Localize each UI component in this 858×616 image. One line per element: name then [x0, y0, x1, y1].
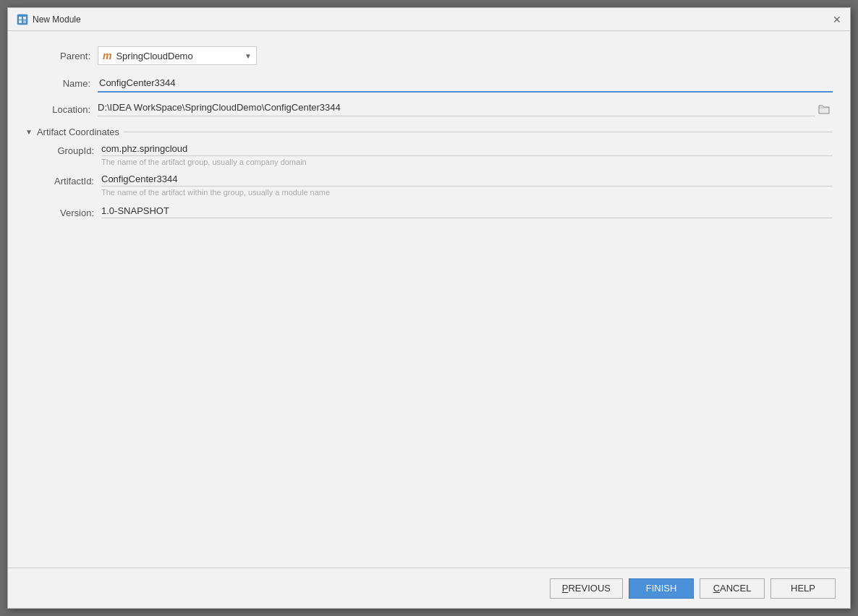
svg-rect-2 — [23, 17, 26, 20]
groupid-value: com.phz.springcloud — [101, 143, 833, 156]
groupid-value-col: com.phz.springcloud The name of the arti… — [101, 143, 833, 172]
artifactid-field-row: ArtifactId: ConfigCenter3344 The name of… — [40, 174, 833, 202]
version-value: 1.0-SNAPSHOT — [101, 205, 833, 218]
cancel-button[interactable]: CANCEL — [700, 578, 765, 599]
svg-rect-4 — [23, 20, 26, 23]
artifactid-row: ArtifactId: ConfigCenter3344 The name of… — [40, 174, 833, 202]
artifactid-label: ArtifactId: — [40, 174, 101, 187]
name-row: Name: — [25, 73, 833, 93]
name-input[interactable] — [98, 74, 833, 93]
parent-dropdown[interactable]: m SpringCloudDemo ▼ — [98, 46, 257, 65]
parent-value: SpringCloudDemo — [116, 51, 240, 61]
finish-label: FINISH — [646, 583, 677, 594]
dropdown-arrow-icon: ▼ — [245, 52, 252, 60]
artifact-section: GroupId: com.phz.springcloud The name of… — [40, 143, 833, 218]
close-button[interactable]: ✕ — [830, 12, 844, 27]
dialog-icon — [17, 14, 28, 25]
parent-label: Parent: — [25, 51, 98, 61]
groupid-row: GroupId: com.phz.springcloud The name of… — [40, 143, 833, 172]
groupid-hint: The name of the artifact group, usually … — [101, 158, 833, 166]
new-module-dialog: New Module ✕ Parent: m SpringCloudDemo ▼… — [7, 7, 851, 609]
maven-icon: m — [103, 50, 111, 61]
artifact-section-label: Artifact Coordinates — [37, 127, 119, 137]
location-row: Location: D:\IDEA WorkSpace\SpringCloudD… — [25, 100, 833, 118]
svg-rect-3 — [19, 20, 22, 23]
location-value: D:\IDEA WorkSpace\SpringCloudDemo\Config… — [98, 102, 815, 116]
artifact-section-header: ▼ Artifact Coordinates — [25, 127, 833, 137]
section-divider — [124, 132, 833, 132]
help-label: HELP — [791, 583, 815, 594]
location-label: Location: — [25, 104, 98, 115]
section-toggle-icon[interactable]: ▼ — [25, 128, 33, 136]
artifactid-value-col: ConfigCenter3344 The name of the artifac… — [101, 174, 833, 202]
browse-folder-button[interactable] — [815, 100, 833, 118]
dialog-content: Parent: m SpringCloudDemo ▼ Name: Locati… — [8, 31, 850, 568]
version-row: Version: 1.0-SNAPSHOT — [40, 205, 833, 218]
finish-button[interactable]: FINISH — [629, 578, 694, 599]
dialog-footer: PREVIOUS FINISH CANCEL HELP — [8, 568, 850, 608]
artifactid-value: ConfigCenter3344 — [101, 174, 833, 187]
groupid-label: GroupId: — [40, 143, 101, 156]
cancel-label: CANCEL — [713, 583, 752, 594]
previous-label: PREVIOUS — [562, 583, 611, 594]
name-label: Name: — [25, 78, 98, 89]
previous-button[interactable]: PREVIOUS — [550, 578, 623, 599]
dialog-title: New Module — [33, 14, 81, 25]
parent-row: Parent: m SpringCloudDemo ▼ — [25, 46, 833, 66]
artifactid-hint: The name of the artifact within the grou… — [101, 188, 833, 197]
title-bar-left: New Module — [17, 14, 81, 25]
svg-rect-1 — [19, 17, 22, 20]
title-bar: New Module ✕ — [8, 8, 850, 31]
help-button[interactable]: HELP — [770, 578, 836, 599]
groupid-field-row: GroupId: com.phz.springcloud The name of… — [40, 143, 833, 172]
version-label: Version: — [40, 205, 101, 218]
